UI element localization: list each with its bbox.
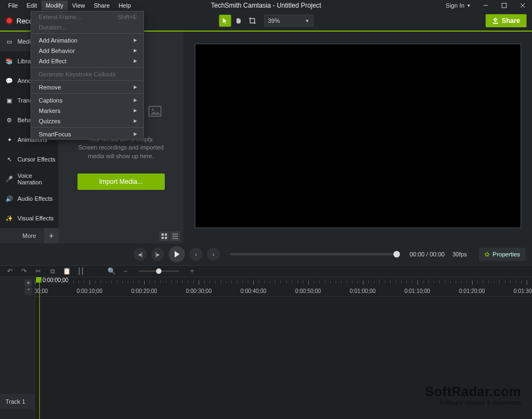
timeline-zoom-slider[interactable] xyxy=(139,271,179,272)
import-media-button[interactable]: Import Media... xyxy=(77,173,165,190)
sidebar-item-voice-narration[interactable]: 🎤Voice Narration xyxy=(0,169,58,189)
minimize-button[interactable] xyxy=(476,0,495,11)
submenu-arrow-icon: ▶ xyxy=(134,118,137,123)
ruler-label: 0:00:10;00 xyxy=(76,288,102,294)
ruler-tick xyxy=(401,280,402,283)
ruler-tick xyxy=(390,280,391,283)
submenu-arrow-icon: ▶ xyxy=(134,98,137,103)
signin-button[interactable]: Sign In ▼ xyxy=(440,1,476,10)
signin-label: Sign In xyxy=(446,2,464,9)
close-button[interactable] xyxy=(513,0,532,11)
next-button[interactable]: › xyxy=(207,248,220,261)
menu-item-quizzes[interactable]: Quizzes▶ xyxy=(31,116,144,126)
record-button[interactable]: Reco xyxy=(5,17,33,25)
properties-button[interactable]: ✿ Properties xyxy=(479,248,525,261)
redo-button[interactable]: ↷ xyxy=(20,267,28,276)
zoom-slider-thumb[interactable] xyxy=(156,268,162,274)
sidebar-icon: ✦ xyxy=(5,136,13,143)
ruler-tick xyxy=(57,280,57,283)
ruler-label: 0:00:20;00 xyxy=(131,288,157,294)
pan-tool[interactable] xyxy=(232,15,244,27)
menu-edit[interactable]: Edit xyxy=(22,1,41,10)
play-button[interactable] xyxy=(169,246,185,262)
ruler-tick xyxy=(439,280,440,283)
submenu-arrow-icon: ▶ xyxy=(134,38,137,43)
ruler-label: 0:01:30;00 xyxy=(513,288,532,294)
ruler-label: 0:01:00;00 xyxy=(350,288,375,294)
prev-button[interactable]: ‹ xyxy=(189,248,202,261)
menu-item-label: Remove xyxy=(39,84,61,91)
menu-separator xyxy=(31,93,144,94)
track-options-button[interactable]: ˅ xyxy=(25,288,32,295)
menu-item-captions[interactable]: Captions▶ xyxy=(31,95,144,105)
sidebar-icon: 📚 xyxy=(5,58,13,65)
zoom-dropdown[interactable]: 39% ▼ xyxy=(264,15,313,27)
zoom-in-button[interactable]: + xyxy=(188,267,196,276)
share-label: Share xyxy=(502,17,520,25)
menu-item-smartfocus[interactable]: SmartFocus▶ xyxy=(31,129,144,139)
menu-item-add-effect[interactable]: Add Effect▶ xyxy=(31,56,144,66)
menu-item-add-animation[interactable]: Add Animation▶ xyxy=(31,35,144,45)
next-frame-button[interactable]: |▸ xyxy=(151,248,164,261)
menu-item-label: Generate Keystroke Callouts xyxy=(39,71,116,77)
track-1-header[interactable]: Track 1 xyxy=(0,394,35,409)
maximize-button[interactable] xyxy=(495,0,513,11)
ruler-tick xyxy=(210,280,210,283)
menu-item-remove[interactable]: Remove▶ xyxy=(31,82,144,92)
menubar: FileEditModifyViewShareHelp xyxy=(0,1,135,10)
timeline-ruler[interactable]: 0:00:00;00 0:00:00;000:00:10;000:00:20;0… xyxy=(35,277,532,297)
share-icon xyxy=(492,17,499,24)
ruler-tick xyxy=(472,280,473,285)
list-view-icon[interactable] xyxy=(170,231,180,241)
menu-item-label: Captions xyxy=(39,97,62,104)
grid-view-icon[interactable] xyxy=(159,231,169,241)
playback-controls: ◂| |▸ ‹ › 00:00 / 00:00 30fps ✿ Properti… xyxy=(0,243,532,265)
menu-view[interactable]: View xyxy=(68,1,89,10)
menu-item-label: Add Animation xyxy=(39,37,77,44)
ruler-tick xyxy=(325,280,325,283)
chevron-down-icon: ▼ xyxy=(467,3,471,8)
ruler-tick xyxy=(314,280,314,283)
split-button[interactable]: ⎮⎮ xyxy=(76,267,85,276)
ruler-tick xyxy=(352,280,352,283)
add-track-button[interactable]: + xyxy=(25,279,32,287)
select-tool[interactable] xyxy=(219,15,231,27)
ruler-tick xyxy=(336,280,336,283)
menu-file[interactable]: File xyxy=(4,1,22,10)
share-button[interactable]: Share xyxy=(486,14,527,27)
svg-rect-5 xyxy=(165,234,167,236)
menu-share[interactable]: Share xyxy=(89,1,114,10)
menu-modify[interactable]: Modify xyxy=(41,1,68,10)
playback-scrubber[interactable] xyxy=(230,253,397,255)
crop-tool[interactable] xyxy=(246,15,258,27)
sidebar-icon: ▭ xyxy=(5,38,13,45)
ruler-tick xyxy=(237,280,237,283)
ruler-tick xyxy=(155,280,156,283)
zoom-out-button[interactable]: − xyxy=(121,267,130,276)
titlebar: FileEditModifyViewShareHelp TechSmith Ca… xyxy=(0,0,532,11)
ruler-tick xyxy=(461,280,462,283)
sidebar-more-button[interactable]: More+ xyxy=(0,228,58,243)
sidebar-item-audio-effects[interactable]: 🔊Audio Effects xyxy=(0,189,58,208)
copy-button[interactable]: ⧉ xyxy=(48,267,57,276)
ruler-tick xyxy=(248,280,248,283)
sidebar-item-cursor-effects[interactable]: ↖Cursor Effects xyxy=(0,149,58,169)
preview-area xyxy=(183,32,532,243)
undo-button[interactable]: ↶ xyxy=(5,267,14,276)
submenu-arrow-icon: ▶ xyxy=(134,131,137,136)
cut-button[interactable]: ✂ xyxy=(34,267,43,276)
prev-frame-button[interactable]: ◂| xyxy=(134,248,147,261)
menu-item-add-behavior[interactable]: Add Behavior▶ xyxy=(31,45,144,56)
ruler-tick xyxy=(139,280,139,283)
ruler-tick xyxy=(428,280,429,283)
preview-canvas[interactable] xyxy=(195,44,521,228)
menu-item-markers[interactable]: Markers▶ xyxy=(31,105,144,116)
sidebar-item-label: Medi xyxy=(17,38,31,45)
scrubber-thumb[interactable] xyxy=(393,251,400,258)
ruler-tick xyxy=(292,280,292,283)
sidebar-item-visual-effects[interactable]: ✨Visual Effects xyxy=(0,208,58,228)
paste-button[interactable]: 📋 xyxy=(62,267,71,276)
add-button[interactable]: + xyxy=(44,228,58,243)
menu-help[interactable]: Help xyxy=(114,1,135,10)
timeline-tracks-area[interactable]: 0:00:00;00 0:00:00;000:00:10;000:00:20;0… xyxy=(35,277,532,419)
